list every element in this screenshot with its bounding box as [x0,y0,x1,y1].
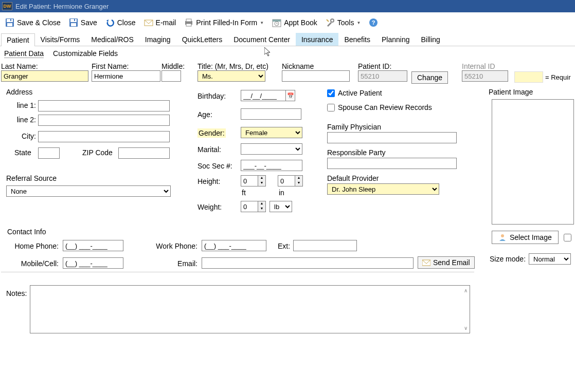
ext-label: Ext: [278,242,290,250]
send-email-button[interactable]: Send Email [418,256,475,269]
svg-point-18 [501,234,504,237]
svg-rect-3 [10,19,11,21]
address-line2-input[interactable] [38,115,170,126]
zip-input[interactable] [118,147,170,159]
svg-rect-1 [7,19,13,22]
internal-id-input [462,70,508,82]
work-phone-input[interactable] [202,240,266,251]
referral-select[interactable]: None [6,185,171,197]
work-phone-label: Work Phone: [151,242,197,250]
weight-label: Weight: [197,203,222,211]
svg-point-15 [331,19,334,22]
dropdown-arrow-icon: ▼ [260,21,264,25]
select-image-button[interactable]: Select Image [492,231,559,244]
internal-id-label: Internal ID [462,62,495,70]
scroll-down-icon[interactable]: ∨ [464,325,468,331]
size-mode-select[interactable]: Normal [529,253,571,265]
weight-unit-select[interactable]: lb [269,201,292,212]
middle-input[interactable] [161,70,181,82]
weight-spinner[interactable]: ▲▼ [241,201,266,212]
mobile-label: Mobile/Cell: [19,259,59,268]
marital-select[interactable] [241,143,302,155]
app-logo: DW [2,2,12,10]
nickname-label: Nickname [282,62,314,70]
default-provider-select[interactable]: Dr. John Sleep [327,183,439,195]
address-label: Address [6,88,32,96]
birthday-label: Birthday: [197,92,226,100]
responsible-party-input[interactable] [327,158,457,169]
address-line1-input[interactable] [38,100,170,111]
notes-textarea[interactable]: ∧ ∨ [30,285,470,333]
tab-document-center[interactable]: Document Center [228,33,296,46]
image-checkbox[interactable] [564,234,571,241]
family-physician-input[interactable] [327,132,457,143]
notes-label: Notes: [6,289,27,297]
mobile-input[interactable] [63,257,123,269]
ssn-input[interactable] [241,160,302,171]
birthday-input[interactable]: 📅 [241,90,295,101]
tab-medical-ros[interactable]: Medical/ROS [85,33,139,46]
email-input[interactable] [202,257,414,269]
ext-input[interactable] [293,240,357,251]
print-button[interactable]: Print Filled-In Form ▼ [181,16,267,29]
patient-image-label: Patient Image [489,88,533,96]
required-label: = Requir [545,73,571,81]
home-phone-input[interactable] [63,240,123,251]
patient-id-label: Patient ID: [358,62,391,70]
age-input[interactable] [241,108,301,120]
responsible-party-label: Responsible Party [327,148,386,157]
scroll-up-icon[interactable]: ∧ [464,288,468,293]
patient-image-box [492,99,574,225]
gender-label: Gender: [197,128,226,138]
state-input[interactable] [38,147,60,159]
calendar-icon[interactable]: 📅 [286,90,295,101]
first-name-input[interactable] [92,70,160,82]
zip-label: ZIP Code [82,148,113,157]
ssn-label: Soc Sec #: [197,162,232,170]
middle-label: Middle: [161,62,185,70]
height-label: Height: [197,177,220,185]
title-select[interactable]: Ms. [197,70,265,82]
line2-label: line 2: [14,116,36,124]
subtab-patient-data[interactable]: Patient Data [4,49,44,58]
tools-button[interactable]: Tools ▼ [322,16,364,29]
change-id-button[interactable]: Change [411,71,448,84]
last-name-input[interactable] [1,70,88,82]
email-button[interactable]: E-mail [141,16,179,29]
subtab-customizable-fields[interactable]: Customizable Fields [53,49,118,58]
tab-insurance[interactable]: Insurance [296,33,338,46]
referral-label: Referral Source [6,174,57,182]
help-icon: ? [369,18,378,27]
active-patient-checkbox[interactable]: Active Patient [327,89,382,97]
save-button[interactable]: Save [66,16,100,29]
svg-rect-13 [273,20,281,22]
gender-select[interactable]: Female [241,127,302,138]
email-icon [144,18,153,27]
tab-planning[interactable]: Planning [376,33,416,46]
tools-icon [326,18,335,27]
height-ft-spinner[interactable]: ▲▼ [241,175,266,186]
svg-rect-6 [71,23,76,26]
tab-billing[interactable]: Billing [416,33,446,46]
tab-patient[interactable]: Patient [1,33,35,46]
default-provider-label: Default Provider [327,174,379,182]
close-button[interactable]: Close [102,16,139,29]
svg-rect-7 [74,19,75,21]
svg-rect-5 [70,19,77,22]
contact-info-label: Contact Info [7,228,46,236]
save-close-button[interactable]: Save & Close [2,16,64,29]
svg-text:?: ? [372,20,375,26]
city-input[interactable] [38,131,170,142]
spouse-review-checkbox[interactable]: Spouse Can Review Records [327,103,432,111]
tab-quickletters[interactable]: QuickLetters [176,33,228,46]
tab-imaging[interactable]: Imaging [139,33,176,46]
tab-benefits[interactable]: Benefits [338,33,376,46]
help-button[interactable]: ? [366,16,381,29]
nickname-input[interactable] [282,70,350,82]
appt-book-button[interactable]: Appt Book [269,16,320,29]
tab-visits-forms[interactable]: Visits/Forms [35,33,86,46]
height-in-spinner[interactable]: ▲▼ [278,175,303,186]
toolbar: Save & Close Save Close E-mail Print Fil… [0,12,575,33]
envelope-icon [422,259,430,266]
first-name-label: First Name: [92,62,129,70]
